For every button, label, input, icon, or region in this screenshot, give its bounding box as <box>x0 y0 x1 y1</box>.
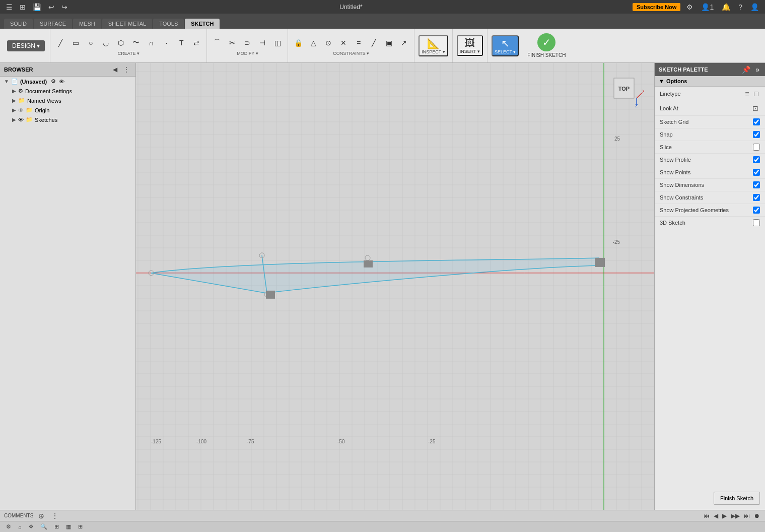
canvas-area[interactable]: 50 25 -25 -125 -100 -75 -50 -25 TOP X Z <box>136 63 654 510</box>
lookat-controls: ⊡ <box>751 104 760 113</box>
scissors-tool[interactable]: ✂ <box>225 36 239 50</box>
bell-icon[interactable]: 🔔 <box>720 2 732 12</box>
bottom-display-icon[interactable]: ▦ <box>64 522 73 531</box>
view-cube[interactable]: TOP X Z <box>609 73 644 108</box>
help-icon[interactable]: ? <box>736 2 744 12</box>
folder-named-views-icon: 📁 <box>18 97 25 104</box>
finish-sketch-button[interactable]: ✓ FINISH SKETCH <box>527 33 566 58</box>
constraint-circle2[interactable]: ⊙ <box>321 36 335 50</box>
playback-start-icon[interactable]: ⏮ <box>703 511 711 520</box>
showpoints-checkbox[interactable] <box>753 169 760 176</box>
origin-expand-icon: ▶ <box>12 107 16 113</box>
palette-lookat-row: Look At ⊡ <box>655 101 765 116</box>
playback-record-icon[interactable]: ⏺ <box>753 511 761 520</box>
palette-3dsketch-row: 3D Sketch <box>655 217 765 229</box>
browser-options-icon[interactable]: ⋮ <box>121 65 131 74</box>
sketch-canvas[interactable] <box>136 63 654 510</box>
polygon-tool[interactable]: ⬡ <box>114 36 128 50</box>
bottom-pan-icon[interactable]: ✥ <box>27 522 35 531</box>
user-count-icon[interactable]: 👤1 <box>699 2 716 12</box>
offset-tool[interactable]: ◫ <box>270 36 285 50</box>
select-tool[interactable]: ↖ SELECT ▾ <box>492 35 519 56</box>
grid-icon[interactable]: ⊞ <box>18 2 28 12</box>
showprofile-checkbox[interactable] <box>753 156 760 163</box>
subscribe-button[interactable]: Subscribe Now <box>633 3 680 11</box>
text-tool[interactable]: T <box>174 36 188 50</box>
measure-tool[interactable]: 📐 INSPECT ▾ <box>419 35 448 56</box>
playback-end-icon[interactable]: ⏭ <box>743 511 751 520</box>
tab-mesh[interactable]: MESH <box>73 19 101 29</box>
playback-play-icon[interactable]: ▶ <box>721 511 728 520</box>
constraint-triangle[interactable]: △ <box>306 36 320 50</box>
showdimensions-checkbox[interactable] <box>753 181 760 188</box>
browser-collapse-icon[interactable]: ◀ <box>111 65 119 74</box>
spline-tool[interactable]: 〜 <box>129 36 143 50</box>
save-icon[interactable]: 💾 <box>31 2 43 12</box>
comments-options-icon[interactable]: ⋮ <box>49 511 60 521</box>
constraint-slash[interactable]: ╱ <box>367 36 381 50</box>
playback-prev-icon[interactable]: ◀ <box>713 511 719 520</box>
extend-tool[interactable]: ⊃ <box>240 36 254 50</box>
finish-sketch-group: ✓ FINISH SKETCH <box>523 29 570 62</box>
image-icon: 🖼 <box>465 37 475 49</box>
sketchgrid-checkbox[interactable] <box>753 118 760 125</box>
linetype-icon[interactable]: ≡ <box>743 89 750 98</box>
profile-icon[interactable]: 👤 <box>748 2 761 12</box>
bottom-zoom-icon[interactable]: 🔍 <box>38 522 49 531</box>
tab-sheetmetal[interactable]: SHEET METAL <box>102 19 152 29</box>
select-group: ↖ SELECT ▾ <box>488 29 523 62</box>
root-expand-icon: ▼ <box>4 79 9 84</box>
lookat-icon[interactable]: ⊡ <box>751 104 760 113</box>
finish-sketch-palette-button[interactable]: Finish Sketch <box>714 492 760 505</box>
slice-checkbox[interactable] <box>753 144 760 151</box>
showconstraints-label: Show Constraints <box>660 194 703 201</box>
browser-origin[interactable]: ▶ 👁 📁 Origin <box>0 105 135 115</box>
menu-icon[interactable]: ☰ <box>4 2 15 12</box>
3dsketch-checkbox[interactable] <box>753 219 760 226</box>
circle-tool[interactable]: ○ <box>84 36 98 50</box>
folder-sketches-icon: 📁 <box>26 116 33 123</box>
rect-tool[interactable]: ▭ <box>68 36 83 50</box>
undo-icon[interactable]: ↩ <box>46 2 56 12</box>
conic-tool[interactable]: ∩ <box>144 36 158 50</box>
mirror-tool[interactable]: ⇄ <box>189 36 203 50</box>
line-tool[interactable]: ╱ <box>53 36 67 50</box>
redo-icon[interactable]: ↪ <box>59 2 69 12</box>
insert-label: INSERT ▾ <box>460 49 480 54</box>
tab-surface[interactable]: SURFACE <box>34 19 72 29</box>
showprojected-checkbox[interactable] <box>753 207 760 214</box>
break-tool[interactable]: ⊣ <box>255 36 269 50</box>
tab-solid[interactable]: SOLID <box>4 19 33 29</box>
settings-icon[interactable]: ⚙ <box>684 2 695 12</box>
constraint-arrow[interactable]: ↗ <box>397 36 411 50</box>
showconstraints-checkbox[interactable] <box>753 194 760 201</box>
bottom-fit-icon[interactable]: ⊞ <box>52 522 61 531</box>
insert-image-tool[interactable]: 🖼 INSERT ▾ <box>457 35 483 56</box>
bottom-settings-icon[interactable]: ⚙ <box>4 522 13 531</box>
modify-group: ⌒ ✂ ⊃ ⊣ ◫ MODIFY ▾ <box>207 29 288 62</box>
constraint-cross[interactable]: ✕ <box>336 36 351 50</box>
palette-pin-icon[interactable]: 📌 <box>740 65 752 74</box>
browser-root-item[interactable]: ▼ 📄 (Unsaved) ⚙ 👁 <box>0 77 135 86</box>
options-label: Options <box>666 78 687 84</box>
constraint-lock[interactable]: 🔒 <box>291 36 305 50</box>
linetype-copy-icon[interactable]: □ <box>753 89 760 98</box>
browser-named-views[interactable]: ▶ 📁 Named Views <box>0 96 135 105</box>
browser-doc-settings[interactable]: ▶ ⚙ Document Settings <box>0 86 135 96</box>
palette-expand-icon[interactable]: » <box>754 65 761 74</box>
point-tool[interactable]: · <box>159 36 173 50</box>
tab-sketch[interactable]: SKETCH <box>185 19 220 29</box>
fillet-tool[interactable]: ⌒ <box>210 36 224 50</box>
playback-next-icon[interactable]: ▶▶ <box>730 511 741 520</box>
bottom-home-icon[interactable]: ⌂ <box>16 523 24 531</box>
arc-tool[interactable]: ◡ <box>99 36 113 50</box>
constraint-equal[interactable]: = <box>352 36 366 50</box>
browser-sketches[interactable]: ▶ 👁 📁 Sketches <box>0 115 135 124</box>
constraints-tools-row: 🔒 △ ⊙ ✕ = ╱ ▣ ↗ <box>291 36 411 50</box>
comments-add-icon[interactable]: ⊕ <box>36 511 46 521</box>
design-button[interactable]: DESIGN ▾ <box>7 40 45 51</box>
bottom-grid-icon[interactable]: ⊞ <box>76 522 85 531</box>
constraint-frame[interactable]: ▣ <box>382 36 396 50</box>
snap-checkbox[interactable] <box>753 131 760 138</box>
tab-tools[interactable]: TOOLS <box>153 19 184 29</box>
